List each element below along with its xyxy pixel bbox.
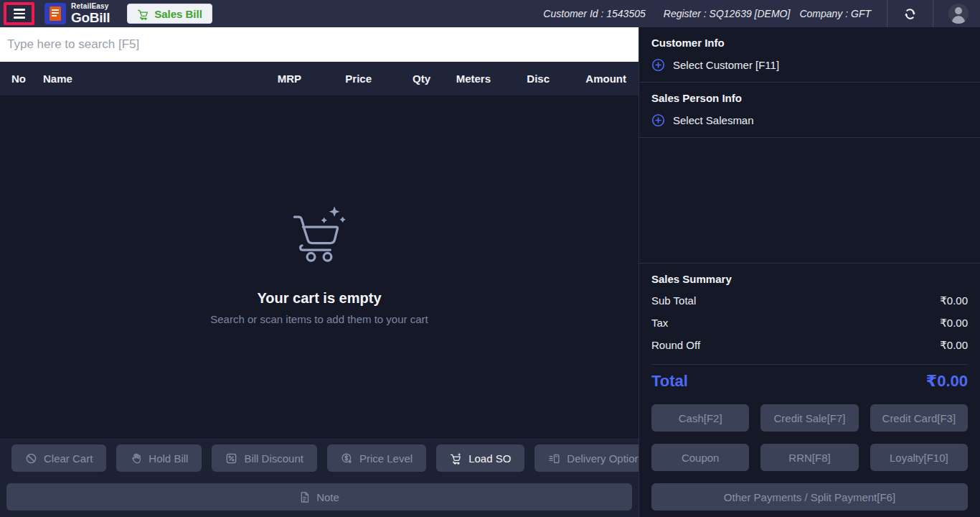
tax-label: Tax — [651, 317, 668, 330]
plus-circle-icon — [651, 58, 665, 72]
round-off-row: Round Off ₹0.00 — [651, 339, 968, 352]
customer-id-text: Customer Id : 1543505 — [543, 8, 645, 19]
subtotal-value: ₹0.00 — [940, 294, 968, 307]
col-meters: Meters — [430, 73, 491, 85]
receipt-logo-icon — [44, 3, 66, 24]
checkout-sidebar: Customer Info Select Customer [F11] Sale… — [639, 27, 980, 517]
coupon-button[interactable]: Coupon — [651, 444, 749, 471]
clear-cart-button[interactable]: Clear Cart — [11, 444, 106, 472]
gobill-app: RetailEasy GoBill Sales Bill Customer Id… — [0, 0, 980, 517]
customer-info-section: Customer Info Select Customer [F11] — [639, 27, 980, 83]
select-salesman-button[interactable]: Select Salesman — [651, 113, 968, 127]
brand-name-bottom: GoBill — [71, 11, 110, 24]
load-so-button[interactable]: Load SO — [436, 444, 524, 472]
credit-card-button[interactable]: Credit Card[F3] — [870, 404, 968, 432]
bill-discount-button[interactable]: Bill Discount — [212, 444, 317, 472]
customer-info-heading: Customer Info — [651, 37, 968, 49]
user-avatar[interactable] — [948, 4, 969, 24]
sidebar-spacer — [639, 138, 980, 263]
billing-panel: No Name MRP Price Qty Meters Disc Amount — [0, 27, 639, 517]
col-no: No — [11, 73, 43, 85]
session-info: Customer Id : 1543505 Register : SQ12639… — [543, 8, 871, 19]
empty-cart-subtitle: Search or scan items to add them to your… — [210, 313, 428, 325]
total-row: Total ₹0.00 — [651, 364, 968, 395]
credit-sale-button[interactable]: Credit Sale[F7] — [760, 404, 858, 432]
bill-actions-bar: Clear Cart Hold Bill — [0, 439, 639, 517]
dollar-circle-icon — [341, 452, 353, 465]
company-text: Company : GFT — [799, 8, 871, 19]
total-label: Total — [651, 372, 688, 391]
sales-person-heading: Sales Person Info — [651, 92, 968, 104]
empty-cart-icon — [285, 202, 354, 271]
brand-name: RetailEasy GoBill — [71, 3, 110, 24]
round-off-value: ₹0.00 — [940, 339, 968, 352]
percent-icon — [225, 452, 237, 465]
brand-name-top: RetailEasy — [71, 3, 110, 10]
subtotal-label: Sub Total — [651, 294, 696, 307]
rrn-button[interactable]: RRN[F8] — [760, 444, 858, 471]
select-customer-label: Select Customer [F11] — [673, 59, 779, 71]
cart-icon — [137, 8, 149, 20]
cart-table-header: No Name MRP Price Qty Meters Disc Amount — [0, 62, 639, 96]
total-value: ₹0.00 — [926, 372, 968, 391]
ban-icon — [25, 452, 37, 465]
tax-row: Tax ₹0.00 — [651, 317, 968, 330]
sales-person-section: Sales Person Info Select Salesman — [639, 83, 980, 138]
hold-bill-button[interactable]: Hold Bill — [116, 444, 202, 472]
register-text: Register : SQ12639 [DEMO] — [664, 8, 791, 19]
refresh-icon — [903, 7, 917, 21]
price-level-button[interactable]: Price Level — [327, 444, 426, 472]
menu-button[interactable] — [4, 2, 34, 25]
hamburger-icon — [14, 9, 25, 19]
app-logo: RetailEasy GoBill — [44, 3, 110, 24]
load-so-cart-icon — [450, 452, 462, 465]
avatar-person-icon — [955, 7, 962, 14]
col-disc: Disc — [491, 73, 550, 85]
round-off-label: Round Off — [651, 339, 700, 352]
col-mrp: MRP — [237, 73, 301, 85]
refresh-button[interactable] — [887, 0, 933, 27]
sales-bill-label: Sales Bill — [154, 8, 202, 20]
subtotal-row: Sub Total ₹0.00 — [651, 294, 968, 307]
col-amount: Amount — [550, 73, 626, 85]
plus-circle-icon — [651, 113, 665, 127]
delivery-list-icon — [548, 452, 560, 465]
col-price: Price — [301, 73, 372, 85]
col-name: Name — [43, 73, 237, 85]
note-button[interactable]: Note — [6, 483, 632, 511]
split-payment-button[interactable]: Other Payments / Split Payment[F6] — [651, 483, 968, 511]
search-input[interactable] — [0, 27, 639, 62]
tax-value: ₹0.00 — [940, 317, 968, 330]
cash-button[interactable]: Cash[F2] — [651, 404, 749, 432]
sales-summary-section: Sales Summary Sub Total ₹0.00 Tax ₹0.00 … — [639, 263, 980, 395]
loyalty-button[interactable]: Loyalty[F10] — [870, 444, 968, 471]
hand-icon — [130, 452, 142, 465]
payment-buttons: Cash[F2] Credit Sale[F7] Credit Card[F3]… — [639, 395, 980, 517]
select-salesman-label: Select Salesman — [673, 114, 754, 126]
col-qty: Qty — [372, 73, 430, 85]
sales-summary-heading: Sales Summary — [651, 273, 968, 285]
empty-cart-title: Your cart is empty — [257, 290, 381, 307]
note-doc-icon — [299, 491, 310, 503]
top-header: RetailEasy GoBill Sales Bill Customer Id… — [0, 0, 980, 27]
empty-cart-state: Your cart is empty Search or scan items … — [0, 96, 639, 439]
sales-bill-tab[interactable]: Sales Bill — [127, 4, 212, 24]
select-customer-button[interactable]: Select Customer [F11] — [651, 58, 968, 72]
